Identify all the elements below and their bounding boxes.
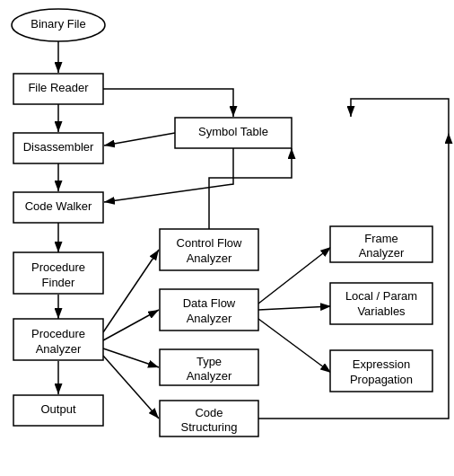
label-procedure-finder-1: Procedure bbox=[31, 260, 85, 274]
label-disassembler: Disassembler bbox=[23, 140, 94, 154]
label-symbol-table: Symbol Table bbox=[198, 125, 268, 138]
label-procedure-analyzer-2: Analyzer bbox=[36, 342, 82, 356]
label-control-flow-2: Analyzer bbox=[187, 251, 232, 265]
label-local-param-2: Variables bbox=[357, 304, 406, 318]
arrow-controlflow-to-symboltable bbox=[209, 148, 292, 229]
arrow-filereader-to-symboltable bbox=[103, 89, 233, 117]
label-type-analyzer-2: Analyzer bbox=[187, 369, 232, 383]
label-code-structuring-1: Code bbox=[195, 406, 223, 419]
label-frame-analyzer-2: Analyzer bbox=[359, 246, 405, 260]
label-control-flow-1: Control Flow bbox=[177, 236, 243, 250]
arrow-dataflow-to-frameanalyzer bbox=[258, 247, 331, 304]
label-data-flow-1: Data Flow bbox=[183, 296, 236, 310]
label-code-walker: Code Walker bbox=[25, 199, 92, 213]
label-code-structuring-2: Structuring bbox=[181, 420, 238, 434]
label-frame-analyzer-1: Frame bbox=[364, 232, 398, 245]
arrow-symboltable-to-codewalker bbox=[104, 148, 233, 202]
arrow-dataflow-to-localparam bbox=[258, 306, 331, 310]
label-data-flow-2: Analyzer bbox=[187, 312, 232, 325]
label-expression-prop-1: Expression bbox=[353, 357, 410, 371]
label-file-reader: File Reader bbox=[28, 81, 89, 94]
label-binary-file: Binary File bbox=[31, 17, 85, 31]
label-local-param-1: Local / Param bbox=[345, 289, 417, 303]
label-type-analyzer-1: Type bbox=[196, 355, 222, 368]
label-expression-prop-2: Propagation bbox=[350, 373, 413, 386]
arrow-pa-to-controlflow bbox=[103, 250, 159, 332]
label-output: Output bbox=[40, 402, 75, 416]
label-procedure-analyzer-1: Procedure bbox=[31, 327, 85, 340]
arrow-pa-to-dataflow bbox=[103, 310, 159, 340]
arrow-symboltable-to-disassembler bbox=[104, 133, 175, 145]
label-procedure-finder-2: Finder bbox=[42, 276, 76, 289]
arrow-right-to-symboltable bbox=[351, 99, 449, 133]
arrow-dataflow-to-expressionprop bbox=[258, 319, 331, 373]
